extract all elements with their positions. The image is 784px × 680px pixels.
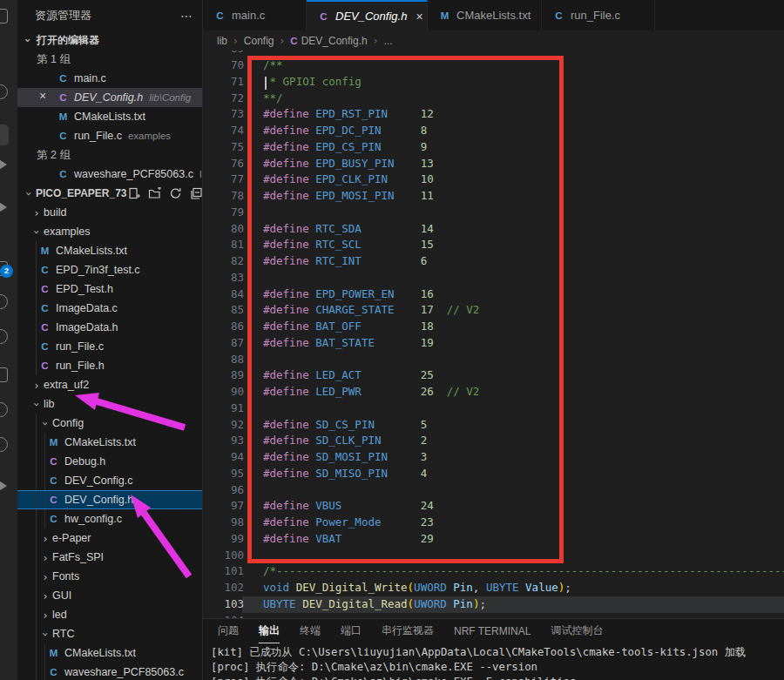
tool-icon[interactable] <box>0 402 8 417</box>
tree-item-dev-config-h[interactable]: CDEV_Config.h <box>17 490 202 509</box>
tree-item-lib[interactable]: ›lib <box>17 394 202 414</box>
token: ( <box>408 581 415 594</box>
tree-item-cmakelists-txt[interactable]: MCMakeLists.txt <box>17 241 202 260</box>
tab-main-c[interactable]: Cmain.c <box>203 0 307 30</box>
chevron-down-icon: › <box>30 225 44 239</box>
refresh-icon[interactable] <box>169 187 182 200</box>
tree-item-run-file-h[interactable]: Crun_File.h <box>17 356 202 375</box>
file-name: EPD_Test.h <box>56 283 113 295</box>
panel-tab-问题[interactable]: 问题 <box>218 619 239 643</box>
tree-item-imagedata-c[interactable]: CImageData.c <box>17 299 202 318</box>
line-content: #define EPD_POWER_EN 16 <box>263 286 784 303</box>
tree-item-cmakelists-txt[interactable]: MCMakeLists.txt <box>17 433 202 452</box>
open-editor-item[interactable]: Cmain.c <box>17 69 202 88</box>
output-console[interactable]: [kit] 已成功从 C:\Users\liuyujian\AppData\Lo… <box>203 645 784 680</box>
tree-item-e-paper[interactable]: ›e-Paper <box>17 529 202 548</box>
token: CHARGE_STATE <box>315 303 420 316</box>
activity-bar: 2 <box>0 0 17 680</box>
token: EPD_RST_PIN <box>315 107 420 120</box>
token: ; <box>479 597 486 610</box>
panel-tab-端口[interactable]: 端口 <box>341 619 362 643</box>
run-debug-icon[interactable] <box>0 200 7 214</box>
active-highlight[interactable] <box>0 125 9 145</box>
token: 29 <box>421 532 434 545</box>
chevron-down-icon: › <box>23 186 36 200</box>
tree-item-extra-uf2[interactable]: ›extra_uf2 <box>17 375 202 394</box>
new-folder-icon[interactable] <box>148 187 161 200</box>
indent-guide <box>36 471 37 490</box>
chevron-icon[interactable] <box>0 158 7 172</box>
code-editor[interactable]: 6970/**71 * GPIOI config72**/73#define E… <box>203 50 784 618</box>
breadcrumb-item[interactable]: lib <box>217 35 227 47</box>
breadcrumb-item[interactable]: Config <box>244 35 274 47</box>
more-actions-icon[interactable]: ⋯ <box>180 9 193 23</box>
code-line-90: 90#define LED_PWR 26 // V2 <box>203 384 784 401</box>
panel-tab-输出[interactable]: 输出 <box>259 619 280 643</box>
tree-item-led[interactable]: ›led <box>17 605 202 624</box>
indent-guide <box>36 548 37 567</box>
open-editor-item[interactable]: MCMakeLists.txt <box>17 107 202 126</box>
tree-item-run-file-c[interactable]: Crun_File.c <box>17 337 202 356</box>
token: 11 <box>421 189 434 202</box>
open-editor-item[interactable]: ×CDEV_Config.hlib\Config <box>17 88 202 107</box>
settings-gear-icon[interactable] <box>0 329 8 344</box>
open-editor-item[interactable]: Cwaveshare_PCF85063.cli... <box>17 165 202 184</box>
search-icon[interactable] <box>0 84 8 99</box>
explorer-icon[interactable] <box>0 9 8 24</box>
tree-item-config[interactable]: ›Config <box>17 414 202 433</box>
code-line-101: 101/*-----------------------------------… <box>203 563 784 580</box>
token: **/ <box>263 91 283 104</box>
open-editors-section-header[interactable]: › 打开的编辑器 <box>17 30 202 50</box>
tab-dev-config-h[interactable]: CDEV_Config.h× <box>307 0 428 30</box>
open-editor-item[interactable]: Crun_File.cexamples <box>17 126 202 145</box>
tree-item-waveshare-pcf85063-c[interactable]: Cwaveshare_PCF85063.c <box>17 663 202 680</box>
token: #define <box>263 515 315 529</box>
breadcrumb-item[interactable]: ... <box>384 35 393 47</box>
tree-item-rtc[interactable]: ›RTC <box>17 624 202 643</box>
circle-icon[interactable] <box>0 437 8 452</box>
extension-icon[interactable] <box>0 367 8 382</box>
line-content: #define BAT_STATE 19 <box>263 335 784 352</box>
flag-icon[interactable] <box>0 479 7 493</box>
tree-item-epd-7in3f-test-c[interactable]: CEPD_7in3f_test.c <box>17 260 202 279</box>
code-line-73: 73#define EPD_RST_PIN 12 <box>203 106 784 123</box>
tree-item-gui[interactable]: ›GUI <box>17 586 202 605</box>
tree-item-fonts[interactable]: ›Fonts <box>17 567 202 586</box>
tree-item-cmakelists-txt[interactable]: MCMakeLists.txt <box>17 643 202 663</box>
account-icon[interactable] <box>0 294 8 309</box>
tree-item-debug-h[interactable]: CDebug.h <box>17 452 202 471</box>
breadcrumb-item[interactable]: DEV_Config.h <box>301 35 368 47</box>
token: #define <box>263 124 315 137</box>
indent-guide <box>44 452 45 471</box>
tree-item-examples[interactable]: ›examples <box>17 222 202 241</box>
chevron-right-icon: › <box>30 206 44 219</box>
collapse-all-icon[interactable] <box>190 187 203 200</box>
token: Pin <box>447 581 473 594</box>
tree-item-epd-test-h[interactable]: CEPD_Test.h <box>17 279 202 299</box>
line-number: 95 <box>203 466 244 482</box>
panel-tab-串行监视器[interactable]: 串行监视器 <box>382 619 434 643</box>
tab-run-file-c[interactable]: Crun_File.c <box>542 0 655 30</box>
indent-guide <box>44 491 45 508</box>
close-icon[interactable]: × <box>416 10 422 24</box>
tree-item-imagedata-h[interactable]: CImageData.h <box>17 318 202 337</box>
indent-guide <box>36 356 37 375</box>
new-file-icon[interactable] <box>127 187 140 200</box>
line-content <box>263 270 784 286</box>
breadcrumb[interactable]: lib›Config›CDEV_Config.h›... <box>203 30 784 50</box>
open-editors-label: 打开的编辑器 <box>37 33 99 48</box>
line-number: 70 <box>203 57 244 74</box>
project-section-header[interactable]: › PICO_EPAPER_73 <box>17 184 202 203</box>
tab-cmakelists-txt[interactable]: MCMakeLists.txt <box>428 0 542 30</box>
panel-tab-NRF-TERMINAL[interactable]: NRF TERMINAL <box>454 619 531 643</box>
close-icon[interactable]: × <box>39 89 46 103</box>
vscode-window: { "colors": { "accent": "#0078d4", "anno… <box>0 0 784 680</box>
line-number: 72 <box>203 91 244 107</box>
tree-item-fatfs-spi[interactable]: ›FatFs_SPI <box>17 548 202 567</box>
tree-item-dev-config-c[interactable]: CDEV_Config.c <box>17 471 202 490</box>
tree-item-build[interactable]: ›build <box>17 203 202 222</box>
panel-tab-调试控制台[interactable]: 调试控制台 <box>551 619 603 643</box>
line-content: #define VBUS 24 <box>263 498 784 515</box>
panel-tab-终端[interactable]: 终端 <box>300 619 321 643</box>
tree-item-hw-config-c[interactable]: Chw_config.c <box>17 509 202 529</box>
